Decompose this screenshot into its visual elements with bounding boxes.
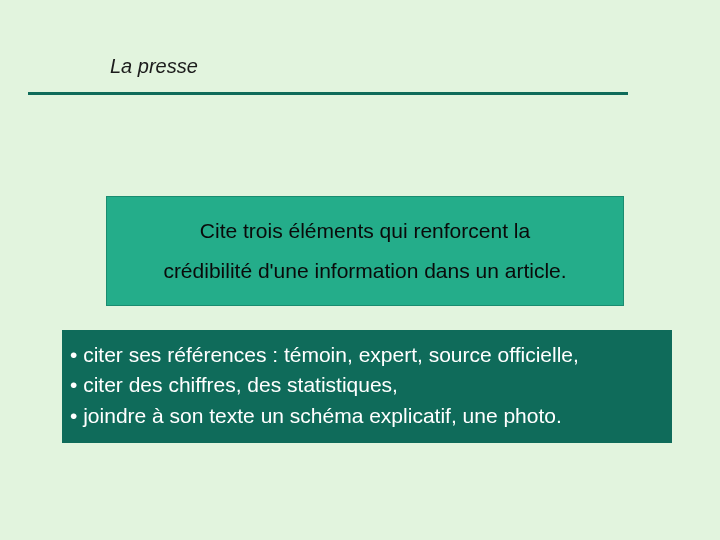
answer-item-2: • citer des chiffres, des statistiques, [70, 370, 664, 400]
question-box: Cite trois éléments qui renforcent la cr… [106, 196, 624, 306]
slide-title: La presse [110, 55, 198, 78]
answer-item-3: • joindre à son texte un schéma explicat… [70, 401, 664, 431]
question-line-2: crédibilité d'une information dans un ar… [111, 251, 619, 291]
question-line-1: Cite trois éléments qui renforcent la [111, 211, 619, 251]
answer-box: • citer ses références : témoin, expert,… [62, 330, 672, 443]
title-underline [28, 92, 628, 95]
answer-item-1: • citer ses références : témoin, expert,… [70, 340, 664, 370]
